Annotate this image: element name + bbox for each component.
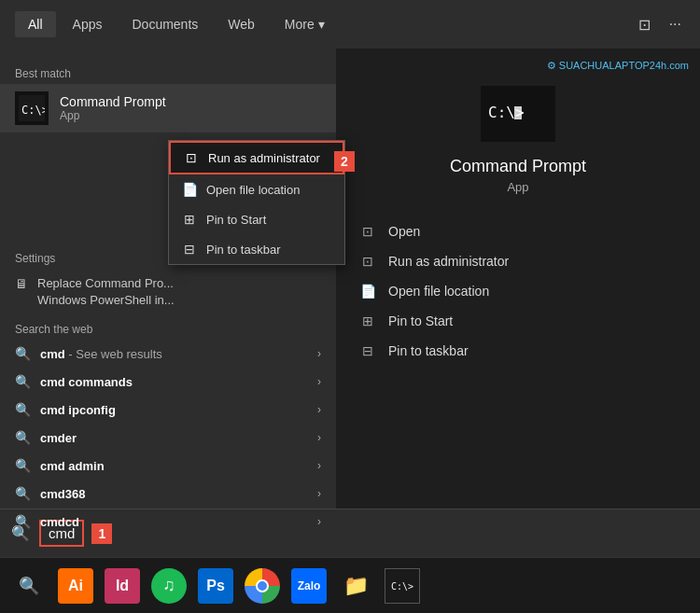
- nav-apps[interactable]: Apps: [60, 11, 116, 37]
- nav-documents[interactable]: Documents: [119, 11, 211, 37]
- chevron-icon-4: ›: [317, 459, 321, 472]
- taskbar-indesign[interactable]: Id: [101, 564, 144, 607]
- search-icon-5: 🔍: [15, 486, 31, 501]
- web-item-1[interactable]: 🔍 cmd commands ›: [0, 368, 336, 396]
- search-icon-2: 🔍: [15, 402, 31, 417]
- action-file-location[interactable]: 📄 Open file location: [358, 276, 678, 306]
- action-pin-taskbar[interactable]: ⊟ Pin to taskbar: [358, 336, 678, 366]
- chevron-down-icon: ▾: [318, 17, 325, 32]
- action-open[interactable]: ⊡ Open: [358, 216, 678, 246]
- context-pin-taskbar[interactable]: ⊟ Pin to taskbar: [169, 234, 344, 264]
- left-panel: Best match C:\> Command Prompt App ⊡ Run…: [0, 49, 336, 509]
- pin-taskbar-right-icon: ⊟: [358, 343, 377, 358]
- chevron-icon-1: ›: [317, 375, 321, 388]
- context-open-location[interactable]: 📄 Open file location: [169, 174, 344, 204]
- chevron-icon-5: ›: [317, 487, 321, 500]
- search-icon-6: 🔍: [15, 514, 31, 529]
- right-app-icon: C:\>: [481, 86, 555, 142]
- pin-taskbar-icon: ⊟: [182, 242, 197, 257]
- nav-web[interactable]: Web: [215, 11, 268, 37]
- best-match-label: Best match: [0, 60, 336, 84]
- svg-text:C:\>: C:\>: [21, 104, 45, 117]
- taskbar-zalo[interactable]: Zalo: [287, 564, 330, 607]
- search-web-label: Search the web: [0, 315, 336, 340]
- taskbar-chrome[interactable]: [241, 564, 284, 607]
- chevron-icon-3: ›: [317, 431, 321, 444]
- top-nav: All Apps Documents Web More ▾ ⊡ ···: [0, 0, 700, 49]
- run-admin-icon: ⊡: [184, 150, 199, 165]
- watermark: ⚙ SUACHUALAPTOP24h.com: [547, 60, 689, 72]
- nav-all[interactable]: All: [15, 11, 56, 37]
- search-icon-1: 🔍: [15, 374, 31, 389]
- context-pin-start[interactable]: ⊞ Pin to Start: [169, 204, 344, 234]
- web-item-2[interactable]: 🔍 cmd ipconfig ›: [0, 396, 336, 424]
- right-title: Command Prompt: [358, 157, 678, 176]
- taskbar-folder[interactable]: 📁: [334, 564, 377, 607]
- search-icon-3: 🔍: [15, 430, 31, 445]
- more-options-icon[interactable]: ···: [665, 12, 685, 36]
- settings-item[interactable]: 🖥 Replace Command Pro...Windows PowerShe…: [0, 269, 336, 315]
- chevron-icon-6: ›: [317, 515, 321, 528]
- best-match-sub: App: [60, 109, 166, 122]
- web-item-6[interactable]: 🔍 cmdcd ›: [0, 508, 336, 536]
- right-subtitle: App: [358, 180, 678, 194]
- action-pin-start[interactable]: ⊞ Pin to Start: [358, 306, 678, 336]
- search-icon-4: 🔍: [15, 458, 31, 473]
- cmd-icon: C:\>: [15, 91, 49, 125]
- svg-text:C:\>: C:\>: [391, 581, 413, 592]
- folder-icon: 📄: [358, 284, 377, 299]
- chevron-icon-0: ›: [317, 347, 321, 360]
- right-panel: ⚙ SUACHUALAPTOP24h.com C:\> Command Prom…: [336, 49, 700, 509]
- taskbar-photoshop[interactable]: Ps: [194, 564, 237, 607]
- web-item-5[interactable]: 🔍 cmd368 ›: [0, 480, 336, 508]
- taskbar-illustrator[interactable]: Ai: [54, 564, 97, 607]
- context-badge: 2: [334, 151, 355, 172]
- web-item-4[interactable]: 🔍 cmd admin ›: [0, 452, 336, 480]
- pin-start-icon: ⊞: [182, 212, 197, 227]
- nav-more[interactable]: More ▾: [272, 11, 338, 37]
- taskbar-spotify[interactable]: ♫: [147, 564, 190, 607]
- best-match-item[interactable]: C:\> Command Prompt App: [0, 84, 336, 132]
- settings-text: Replace Command Pro...Windows PowerShell…: [37, 275, 175, 309]
- action-run-admin[interactable]: ⊡ Run as administrator: [358, 246, 678, 276]
- taskbar: 🔍 Ai Id ♫ Ps Zalo 📁 C:\>: [0, 557, 700, 613]
- file-location-icon: 📄: [182, 182, 197, 197]
- svg-rect-4: [514, 106, 522, 119]
- main-area: Best match C:\> Command Prompt App ⊡ Run…: [0, 49, 700, 509]
- best-match-title: Command Prompt: [60, 94, 166, 109]
- context-run-admin[interactable]: ⊡ Run as administrator: [169, 141, 344, 174]
- settings-icon: 🖥: [15, 276, 28, 291]
- feedback-icon[interactable]: ⊡: [635, 12, 654, 37]
- taskbar-cmd[interactable]: C:\>: [381, 564, 424, 607]
- search-icon-0: 🔍: [15, 346, 31, 361]
- shield-icon: ⊡: [358, 254, 377, 269]
- open-icon: ⊡: [358, 224, 377, 239]
- pin-start-right-icon: ⊞: [358, 313, 377, 328]
- best-match-text: Command Prompt App: [60, 94, 166, 122]
- web-item-0[interactable]: 🔍 cmd - See web results ›: [0, 340, 336, 368]
- context-menu: ⊡ Run as administrator 📄 Open file locat…: [168, 140, 345, 265]
- taskbar-search[interactable]: 🔍: [7, 564, 50, 607]
- web-item-3[interactable]: 🔍 cmder ›: [0, 424, 336, 452]
- right-actions: ⊡ Open ⊡ Run as administrator 📄 Open fil…: [358, 216, 678, 366]
- chevron-icon-2: ›: [317, 403, 321, 416]
